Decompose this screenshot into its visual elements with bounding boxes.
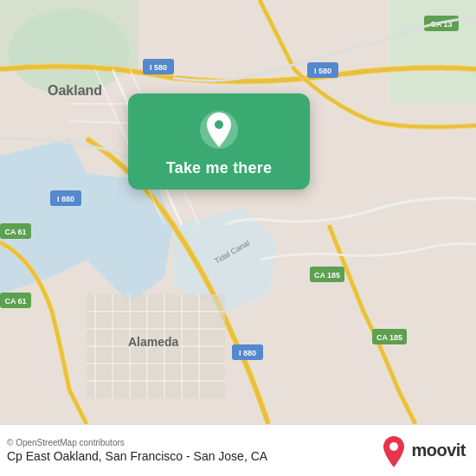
svg-text:CA 185: CA 185	[376, 333, 402, 342]
take-me-there-button[interactable]: Take me there	[166, 159, 272, 177]
svg-text:Oakland: Oakland	[48, 83, 102, 98]
svg-text:I 880: I 880	[57, 195, 74, 203]
moovit-pin-icon	[380, 434, 408, 467]
popup-card[interactable]: Take me there	[128, 93, 310, 190]
svg-text:CA 61: CA 61	[4, 297, 26, 306]
svg-text:I 880: I 880	[239, 349, 256, 357]
map-background: I 580 I 580 I 880 I 880 CA 61 CA 61 CA 1…	[0, 0, 476, 424]
copyright-text: © OpenStreetMap contributors	[7, 438, 125, 447]
location-pin-icon	[198, 109, 240, 151]
svg-text:CA 185: CA 185	[314, 271, 340, 280]
moovit-brand-text: moovit	[411, 441, 466, 460]
bottom-bar: © OpenStreetMap contributors Cp East Oak…	[0, 424, 476, 476]
svg-text:I 580: I 580	[150, 63, 167, 72]
svg-point-48	[215, 120, 223, 129]
bottom-info: © OpenStreetMap contributors Cp East Oak…	[7, 438, 267, 463]
svg-text:CA 61: CA 61	[4, 228, 26, 236]
svg-text:I 580: I 580	[314, 67, 331, 75]
map-container: I 580 I 580 I 880 I 880 CA 61 CA 61 CA 1…	[0, 0, 476, 424]
svg-text:Alameda: Alameda	[128, 335, 179, 349]
location-title: Cp East Oakland, San Francisco - San Jos…	[7, 449, 267, 463]
moovit-logo: moovit	[380, 434, 466, 467]
svg-rect-6	[0, 0, 138, 69]
svg-point-49	[389, 442, 398, 451]
